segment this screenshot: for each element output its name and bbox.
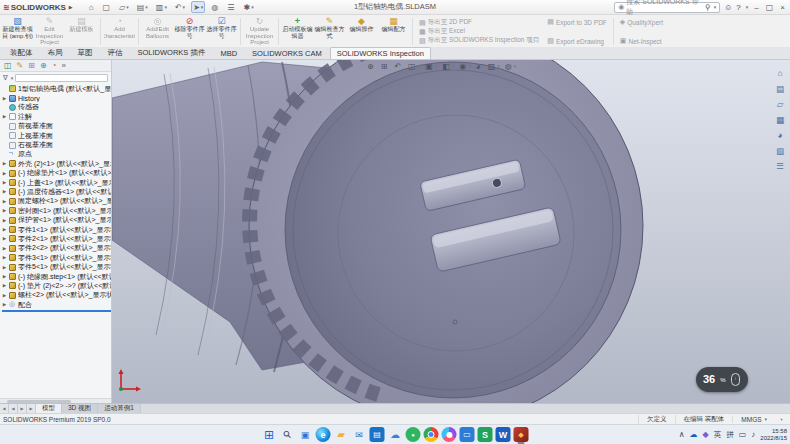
file-properties-button[interactable]: ☰ [225,1,237,13]
taskbar-display-app-button[interactable]: ▭ [460,427,475,442]
edit-appearance-icon[interactable]: ◕ [476,61,483,72]
command-tab[interactable]: SOLIDWORKS 插件 [131,46,213,59]
expand-arrow-icon[interactable]: ▶ [2,255,7,260]
dropdown-caret-icon[interactable]: ▾ [145,4,148,10]
dropdown-caret-icon[interactable]: ▾ [251,4,254,10]
taskbar-search-button[interactable]: ⚲ [276,424,297,444]
taskbar-mail-button[interactable]: ✉ [352,427,367,442]
expand-arrow-icon[interactable]: ▶ [2,265,7,270]
feature-tree-item[interactable]: ▶ 零件2<2> (默认<<默认>_显示状态 [2,244,111,253]
feature-tree-item[interactable]: ▶ 注解 [2,112,111,121]
appearances-scenes-icon[interactable]: ◕ [774,130,786,141]
logo-flyout-icon[interactable]: ▶ [69,4,73,10]
search-input[interactable]: ◉ 搜索 SOLIDWORKS 帮助 ⚲ ▾ [614,2,720,13]
expand-arrow-icon[interactable]: ▶ [2,208,7,213]
volume-icon[interactable]: ♪ [751,430,755,439]
command-tab[interactable]: 草图 [71,46,100,59]
feature-tree-item[interactable]: ▶ 密封圈<1> (默认<<默认>_显示状态 [2,206,111,215]
feature-tree-item[interactable]: ▶ (-) 上盖<1> (默认<<默认>_显示状态 [2,178,111,187]
expand-arrow-icon[interactable]: ▶ [2,283,7,288]
taskbar-store-button[interactable]: ▤ [370,427,385,442]
options-button[interactable]: ✱ ▾ [242,1,256,13]
user-account-icon[interactable]: ☺ [724,3,732,12]
minimize-button[interactable]: – [754,3,758,12]
feature-tree-item[interactable]: ▶ 保护管<1> (默认<<默认>_显示状态 [2,215,111,224]
command-tab[interactable]: SOLIDWORKS CAM [245,47,329,59]
help-icon[interactable]: ? [736,3,740,12]
expand-arrow-icon[interactable]: ▶ [2,96,7,101]
graphics-viewport[interactable]: ⊕ ⊞ ↶ ◫ ▾ [112,60,790,403]
taskbar-s-app-button[interactable]: S [478,427,493,442]
expand-arrow-icon[interactable]: ▶ [2,161,7,166]
phone-link-icon[interactable]: ▭ [739,430,747,439]
view-tab[interactable]: 3D 视图 [62,404,98,413]
feature-tree-item[interactable]: ▶ History [2,93,111,102]
expand-arrow-icon[interactable]: ▶ [2,114,7,119]
rebuild-button[interactable]: ◍ [209,1,221,13]
dropdown-caret-icon[interactable]: ▾ [183,4,186,10]
dropdown-caret-icon[interactable]: ▾ [435,61,438,72]
restore-button[interactable]: ▢ [766,3,774,12]
tab-nav-arrow-icon[interactable]: ◀ [9,404,18,413]
quick-tips-icon[interactable]: ◔ [775,416,787,423]
tab-nav-arrow-icon[interactable]: ▶ [27,404,36,413]
view-tab[interactable]: 运动算例1 [98,404,141,413]
ribbon-button[interactable]: ↻ Update Inspection Project [244,16,275,47]
taskbar-edge-button[interactable]: e [316,427,331,442]
zoom-to-fit-icon[interactable]: ⊕ [367,61,376,72]
dropdown-caret-icon[interactable]: ▾ [452,61,455,72]
new-document-button[interactable]: ▢ [101,1,114,13]
select-button[interactable]: ➤ ▾ [191,1,205,13]
taskbar-weather-button[interactable]: ☁ [388,427,403,442]
forum-icon[interactable]: ☰ [774,161,786,172]
panel-overflow-tab[interactable]: » [62,61,66,71]
configurationmanager-tab[interactable]: ⊞ [28,61,35,71]
zoom-to-area-icon[interactable]: ⊞ [381,61,390,72]
taskbar-chrome-button[interactable] [424,427,439,442]
feature-tree-item[interactable]: 前视基准面 [2,122,111,131]
tab-nav-arrow-icon[interactable]: ▶ [18,404,27,413]
ribbon-export-button[interactable]: ◈ QualityXpert [620,18,663,26]
display-style-icon[interactable]: ◧ ▾ [442,61,454,72]
feature-tree-item[interactable]: 上视基准面 [2,131,111,140]
feature-tree-item[interactable]: 原点 [2,150,111,159]
ribbon-button[interactable]: ⊘ 移除零件序号 [174,16,205,47]
taskbar-word-button[interactable]: W [496,427,511,442]
propertymanager-tab[interactable]: ✎ [17,61,24,71]
ribbon-button[interactable]: ☑ 选择零件序号 [206,16,237,47]
taskbar-browser2-button[interactable] [442,427,457,442]
dropdown-caret-icon[interactable]: ▾ [497,61,500,72]
panel-horizontal-scrollbar[interactable] [0,398,111,403]
taskbar-task-view-button[interactable]: ▣ [298,427,313,442]
expand-arrow-icon[interactable]: ▶ [2,180,7,185]
ribbon-button[interactable]: + 启动模板编辑器 [282,16,313,47]
dropdown-caret-icon[interactable]: ▾ [468,61,471,72]
expand-arrow-icon[interactable]: ▶ [2,274,7,279]
feature-tree-item[interactable]: ▶ (-) 垫片 (2)<2> ->? (默认<<默认 [2,281,111,290]
help-caret-icon[interactable]: ▾ [746,4,749,10]
ribbon-button[interactable]: ✎ 编辑检查方式 [314,16,345,47]
feature-tree-item[interactable]: ▶ 零件3<1> (默认<<默认>_显示状态 [2,253,111,262]
filter-caret-icon[interactable]: ▾ [11,75,14,81]
filter-funnel-icon[interactable]: ∇ [3,74,8,82]
ribbon-button[interactable]: ◎ Add/Edit Balloons [142,16,173,47]
tray-app-icon[interactable]: ◆ [703,430,709,439]
ime-language-indicator[interactable]: 英 [714,430,722,440]
command-tab[interactable]: MBD [213,47,244,59]
featuremanager-design-tree-tab[interactable]: ◫ [4,61,12,71]
panel-splitter[interactable] [2,310,111,312]
expand-arrow-icon[interactable]: ▶ [2,236,7,241]
save-button[interactable]: ▤ ▾ [135,1,150,13]
undo-button[interactable]: ↶ ▾ [173,1,187,13]
command-tab[interactable]: SOLIDWORKS Inspection [330,47,431,59]
expand-arrow-icon[interactable]: ▶ [2,189,7,194]
expand-arrow-icon[interactable]: ▶ [2,293,7,298]
scrollbar-thumb[interactable] [7,400,71,403]
expand-arrow-icon[interactable]: ▶ [2,218,7,223]
feature-tree-item[interactable]: ▶ (-) 温度传感器<1> (默认<<默认>_显示 [2,187,111,196]
feature-tree-item[interactable]: ▶ 零件1<1> (默认<<默认>_显示状态 [2,225,111,234]
units-selector[interactable]: MMGS ▾ [732,416,775,423]
feature-tree-item[interactable]: ▶ 外壳 (2)<1> (默认<<默认>_显示状态 [2,159,111,168]
expand-arrow-icon[interactable]: ▶ [2,246,7,251]
dropdown-caret-icon[interactable]: ▾ [164,4,167,10]
